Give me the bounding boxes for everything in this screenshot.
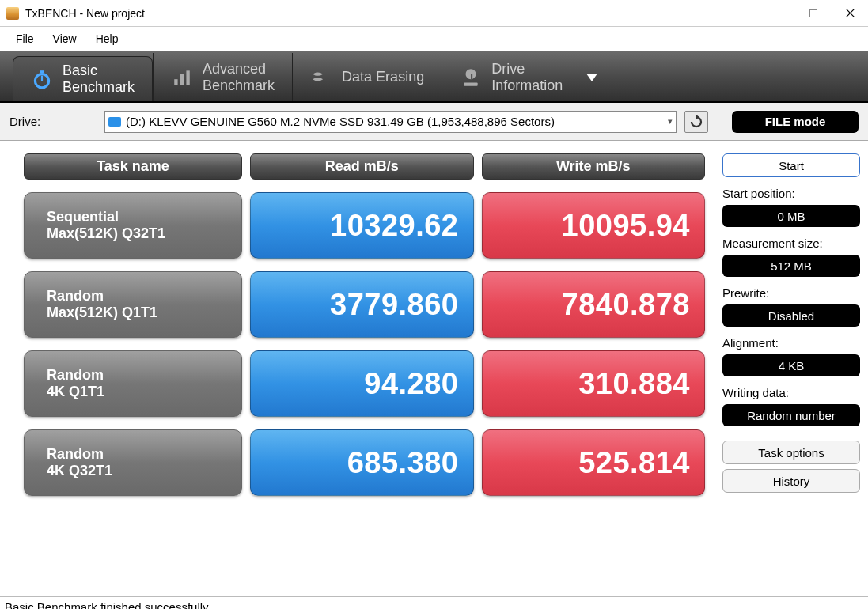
read-value[interactable]: 94.280	[250, 350, 474, 417]
menubar: File View Help	[0, 27, 868, 51]
svg-rect-11	[464, 82, 477, 85]
menu-view[interactable]: View	[44, 29, 86, 48]
svg-rect-10	[471, 74, 472, 79]
task-params: 4K Q32T1	[47, 463, 241, 479]
write-value[interactable]: 310.884	[482, 350, 706, 417]
drive-select[interactable]: (D:) KLEVV GENUINE G560 M.2 NVMe SSD 931…	[104, 111, 677, 133]
tab-label: Information	[491, 78, 563, 94]
col-read: Read mB/s	[250, 153, 474, 180]
task-params: 4K Q1T1	[47, 384, 241, 400]
task-name: Random	[47, 446, 241, 463]
start-button[interactable]: Start	[722, 153, 860, 177]
maximize-button[interactable]	[795, 2, 832, 25]
svg-rect-8	[186, 70, 189, 85]
erase-icon	[310, 66, 332, 89]
label-writing-data: Writing data:	[722, 386, 860, 399]
tab-basic-benchmark[interactable]: BasicBenchmark	[13, 56, 153, 101]
drive-row: Drive: (D:) KLEVV GENUINE G560 M.2 NVMe …	[0, 103, 868, 141]
close-button[interactable]	[832, 2, 868, 25]
tab-label: Drive	[491, 61, 563, 78]
tab-label: Benchmark	[203, 78, 275, 94]
value-measurement-size[interactable]: 512 MB	[722, 255, 860, 277]
svg-rect-4	[40, 70, 44, 73]
task-params: Max(512K) Q32T1	[47, 225, 241, 242]
tab-drive-information[interactable]: DriveInformation	[442, 53, 580, 101]
label-measurement-size: Measurement size:	[722, 236, 860, 250]
table-row: Random 4K Q1T1 94.280 310.884	[24, 350, 705, 417]
sidebar: Start Start position: 0 MB Measurement s…	[722, 153, 860, 596]
tab-label: Advanced	[203, 61, 275, 78]
task-params: Max(512K) Q1T1	[47, 304, 241, 321]
stopwatch-icon	[31, 68, 53, 90]
col-write: Write mB/s	[482, 153, 706, 180]
table-row: Random 4K Q32T1 685.380 525.814	[24, 429, 705, 496]
history-button[interactable]: History	[722, 469, 860, 493]
task-cell[interactable]: Random 4K Q1T1	[24, 350, 242, 417]
task-cell[interactable]: Sequential Max(512K) Q32T1	[24, 192, 242, 259]
tab-advanced-benchmark[interactable]: AdvancedBenchmark	[153, 53, 292, 101]
status-text: Basic Benchmark finished successfully.	[5, 600, 211, 609]
drive-device-icon	[108, 117, 121, 127]
read-value[interactable]: 10329.62	[250, 192, 474, 259]
drive-icon	[460, 66, 482, 89]
col-task: Task name	[24, 153, 242, 180]
tab-label: Data Erasing	[342, 69, 424, 85]
bars-icon	[171, 66, 193, 89]
write-value[interactable]: 10095.94	[482, 192, 706, 259]
table-row: Random Max(512K) Q1T1 3779.860 7840.878	[24, 271, 705, 338]
statusbar: Basic Benchmark finished successfully.	[0, 596, 868, 609]
app-icon	[6, 7, 19, 20]
refresh-icon	[689, 115, 703, 129]
read-value[interactable]: 3779.860	[250, 271, 474, 338]
tabbar: BasicBenchmark AdvancedBenchmark Data Er…	[0, 51, 868, 103]
value-writing-data[interactable]: Random number	[722, 404, 860, 426]
task-options-button[interactable]: Task options	[722, 441, 860, 464]
menu-help[interactable]: Help	[86, 29, 128, 48]
task-name: Sequential	[47, 209, 241, 225]
main-content: Task name Read mB/s Write mB/s Sequentia…	[0, 141, 868, 596]
file-mode-button[interactable]: FILE mode	[732, 111, 859, 133]
results-table: Task name Read mB/s Write mB/s Sequentia…	[14, 153, 722, 596]
value-alignment[interactable]: 4 KB	[722, 354, 860, 376]
tab-label: Basic	[63, 62, 135, 79]
titlebar: TxBENCH - New project	[0, 0, 868, 27]
drive-label: Drive:	[9, 115, 97, 128]
tab-label: Benchmark	[63, 79, 135, 96]
task-name: Random	[47, 288, 241, 304]
label-prewrite: Prewrite:	[722, 286, 860, 300]
minimize-button[interactable]	[759, 2, 795, 25]
table-header-row: Task name Read mB/s Write mB/s	[24, 153, 705, 180]
value-prewrite[interactable]: Disabled	[722, 304, 860, 327]
tab-data-erasing[interactable]: Data Erasing	[292, 53, 442, 101]
task-name: Random	[47, 367, 241, 384]
label-start-position: Start position:	[722, 187, 860, 200]
refresh-button[interactable]	[684, 111, 708, 133]
menu-file[interactable]: File	[6, 29, 44, 48]
read-value[interactable]: 685.380	[250, 429, 474, 496]
value-start-position[interactable]: 0 MB	[722, 205, 860, 227]
svg-rect-7	[180, 74, 184, 85]
task-cell[interactable]: Random Max(512K) Q1T1	[24, 271, 242, 338]
write-value[interactable]: 7840.878	[482, 271, 706, 338]
drive-selected-text: (D:) KLEVV GENUINE G560 M.2 NVMe SSD 931…	[126, 115, 555, 128]
svg-rect-6	[174, 79, 177, 85]
window-controls	[759, 2, 868, 25]
task-cell[interactable]: Random 4K Q32T1	[24, 429, 242, 496]
chevron-down-icon: ▾	[668, 116, 673, 127]
write-value[interactable]: 525.814	[482, 429, 706, 496]
table-row: Sequential Max(512K) Q32T1 10329.62 1009…	[24, 192, 705, 259]
window-title: TxBENCH - New project	[25, 7, 759, 20]
tabs-overflow-button[interactable]	[580, 53, 604, 101]
label-alignment: Alignment:	[722, 336, 860, 350]
